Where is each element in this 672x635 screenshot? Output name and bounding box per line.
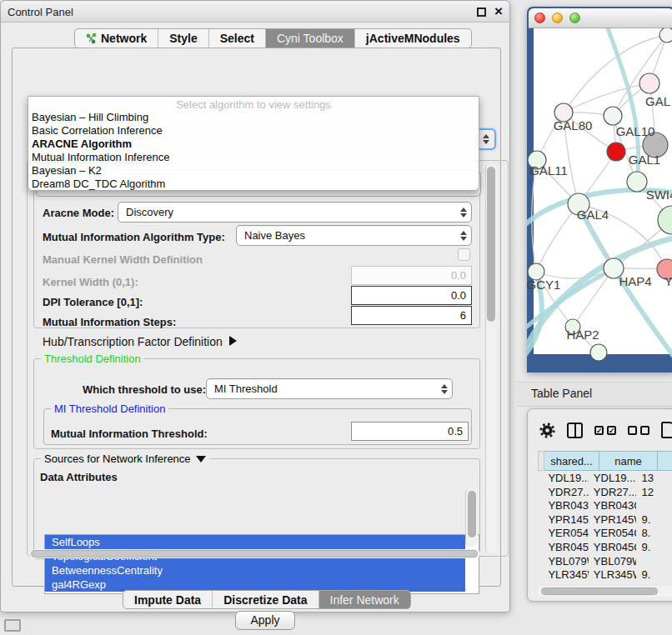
mi-threshold-definition-title: MI Threshold Definition [51, 402, 168, 415]
mi-threshold-field[interactable]: 0.5 [351, 422, 469, 441]
network-view-window[interactable]: GALGAL80GAL10GAL1GAL11SWI4GAL4GCY1HAP4YH… [527, 7, 672, 372]
which-threshold-combo[interactable]: MI Threshold [206, 378, 453, 399]
zoom-traffic-light-icon[interactable] [569, 12, 580, 23]
mi-algorithm-type-combo[interactable]: Naive Bayes [236, 225, 472, 246]
deselect-all-columns-icon[interactable] [628, 426, 649, 435]
manual-kernel-width-checkbox[interactable] [458, 248, 470, 261]
control-panel-tabs: NetworkStyleSelectCyni ToolboxjActiveMNo… [74, 28, 472, 48]
row-gutter [538, 451, 544, 471]
algorithm-item-bayesian-k2[interactable]: Bayesian – K2 [28, 164, 479, 178]
spinner-arrows-icon [479, 134, 494, 144]
table-window: ✓✓ shared...name YDL19...YDL19...13YDR27… [527, 408, 672, 602]
node-label-hap4: HAP4 [619, 274, 651, 288]
network-canvas[interactable]: GALGAL80GAL10GAL1GAL11SWI4GAL4GCY1HAP4YH… [527, 28, 672, 372]
table-row[interactable]: YLR345WYLR345W9. [538, 568, 672, 582]
table-row[interactable]: YBR045CYBR045C9. [538, 540, 672, 554]
table-toolbar: ✓✓ [539, 419, 672, 441]
gear-icon[interactable] [539, 422, 555, 438]
attributes-scrollbar-thumb[interactable] [468, 491, 476, 538]
tab-style[interactable]: Style [158, 29, 208, 48]
kernel-width-label: Kernel Width (0,1): [43, 276, 138, 288]
float-window-icon[interactable] [477, 8, 486, 17]
network-window-titlebar[interactable] [529, 8, 672, 28]
table-cell [636, 554, 672, 568]
settings-scrollbar-thumb[interactable] [487, 167, 495, 322]
table-cell: 0. [636, 582, 672, 584]
sources-title[interactable]: Sources for Network Inference [41, 452, 209, 465]
network-node[interactable] [659, 28, 672, 42]
tab-select[interactable]: Select [209, 29, 266, 48]
new-table-icon[interactable] [661, 422, 672, 438]
network-icon [86, 32, 97, 44]
threshold-definition-title: Threshold Definition [41, 352, 144, 365]
tab-infer-network[interactable]: Infer Network [319, 591, 410, 608]
node-label-y: Y [664, 274, 672, 288]
table-cell: YBR045C [543, 540, 588, 554]
attributes-hscrollbar-thumb[interactable] [31, 550, 478, 558]
network-node[interactable] [639, 73, 659, 93]
close-icon[interactable]: × [494, 3, 503, 20]
aracne-mode-combo[interactable]: Discovery [118, 202, 472, 222]
data-attributes-list[interactable]: SelfLoopsTopologicalCoefficientBetweenne… [44, 534, 479, 594]
network-node[interactable] [627, 172, 647, 192]
node-label-gal10: GAL10 [616, 124, 655, 138]
table-cell: 13 [636, 471, 672, 485]
table-cell: YBR043C [589, 498, 637, 512]
combo-arrows-icon [456, 208, 471, 218]
table-cell: YBL079W [543, 554, 588, 568]
network-node[interactable] [604, 107, 622, 125]
attribute-item-betweennesscentrality[interactable]: BetweennessCentrality [45, 563, 465, 578]
select-all-columns-icon[interactable]: ✓✓ [594, 426, 616, 435]
table-cell: YPR145W [589, 512, 637, 527]
algorithm-item-aracne-algorithm[interactable]: ARACNE Algorithm [28, 138, 479, 151]
panel-toggle-icon[interactable] [4, 619, 21, 632]
column-header-2[interactable] [658, 451, 672, 471]
algorithm-item-mutual-information-inference[interactable]: Mutual Information Inference [28, 151, 479, 164]
network-node[interactable] [607, 142, 625, 161]
algorithm-item-bayesian-hill-climbing[interactable]: Bayesian – Hill Climbing [28, 111, 479, 124]
table-row[interactable]: YDR27...YDR27...12 [538, 485, 672, 499]
hub-definition-toggle[interactable]: Hub/Transcription Factor Definition [43, 335, 237, 348]
table-cell: YLR345W [589, 568, 637, 582]
tab-label: Select [220, 32, 254, 45]
mi-steps-field[interactable]: 6 [351, 306, 472, 325]
control-panel-title: Control Panel [8, 6, 73, 18]
which-threshold-label: Which threshold to use: [83, 383, 206, 396]
node-label-gal: GAL [645, 94, 670, 108]
table-row[interactable]: YDL19...YDL19...13 [538, 471, 672, 485]
table-row[interactable]: YBR043CYBR043C [538, 498, 672, 512]
table-row[interactable]: YBL079WYBL079W [538, 554, 672, 568]
algorithm-item-basic-correlation-inference[interactable]: Basic Correlation Inference [28, 124, 479, 138]
tab-discretize-data[interactable]: Discretize Data [213, 591, 318, 608]
close-traffic-light-icon[interactable] [534, 12, 545, 23]
kernel-width-field[interactable]: 0.0 [351, 266, 472, 285]
tab-network[interactable]: Network [75, 29, 158, 48]
dpi-tolerance-field[interactable]: 0.0 [351, 286, 472, 305]
node-label-gal11: GAL11 [529, 163, 568, 178]
tab-cyni-toolbox[interactable]: Cyni Toolbox [266, 29, 355, 48]
minimize-traffic-light-icon[interactable] [552, 12, 563, 23]
column-header-shared-[interactable]: shared... [544, 451, 599, 471]
table-cell: 8. [636, 526, 672, 540]
hub-definition-label: Hub/Transcription Factor Definition [43, 335, 223, 348]
apply-button[interactable]: Apply [235, 611, 295, 630]
columns-icon[interactable] [567, 422, 583, 438]
algorithm-item-dream8-dc-tdc-algorithm[interactable]: Dream8 DC_TDC Algorithm [28, 178, 479, 191]
table-row[interactable]: YER054CYER054C8. [538, 526, 672, 540]
tab-label: Cyni Toolbox [277, 32, 344, 45]
tab-jactivemnodules[interactable]: jActiveMNodules [355, 29, 471, 48]
tab-impute-data[interactable]: Impute Data [123, 591, 213, 608]
table-cell: YBR043C [543, 498, 588, 512]
tab-label: Style [169, 32, 197, 45]
collapsed-arrow-icon [229, 336, 237, 346]
table-cell: YDR27... [589, 485, 637, 499]
table-cell: YIL053C [543, 582, 588, 584]
network-node[interactable] [590, 344, 607, 361]
table-hscrollbar-thumb[interactable] [541, 588, 658, 595]
table-row[interactable]: YIL053CYIL053C0. [538, 582, 672, 584]
table-cell: YER054C [543, 526, 588, 540]
table-row[interactable]: YPR145WYPR145W9. [538, 512, 672, 527]
column-header-name[interactable]: name [599, 451, 658, 471]
control-panel-titlebar[interactable]: Control Panel × [1, 1, 509, 22]
attribute-item-selfloops[interactable]: SelfLoops [45, 535, 465, 549]
